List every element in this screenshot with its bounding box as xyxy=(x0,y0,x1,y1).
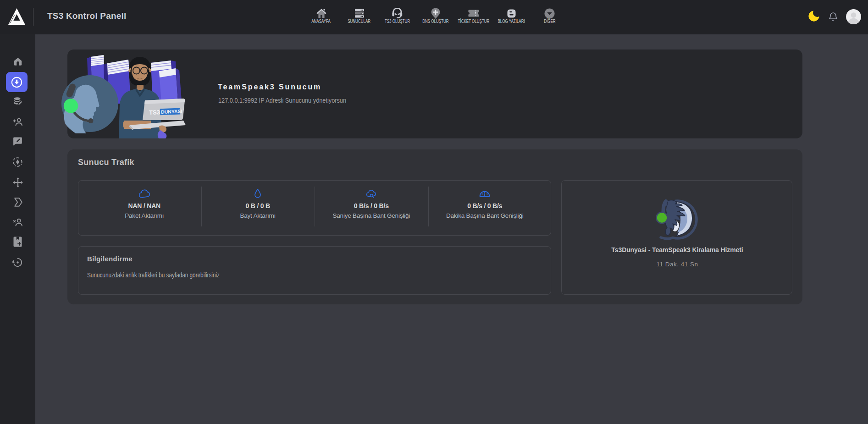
svg-text:DUNYASI: DUNYASI xyxy=(161,108,182,115)
svg-text:TS3: TS3 xyxy=(149,109,160,116)
